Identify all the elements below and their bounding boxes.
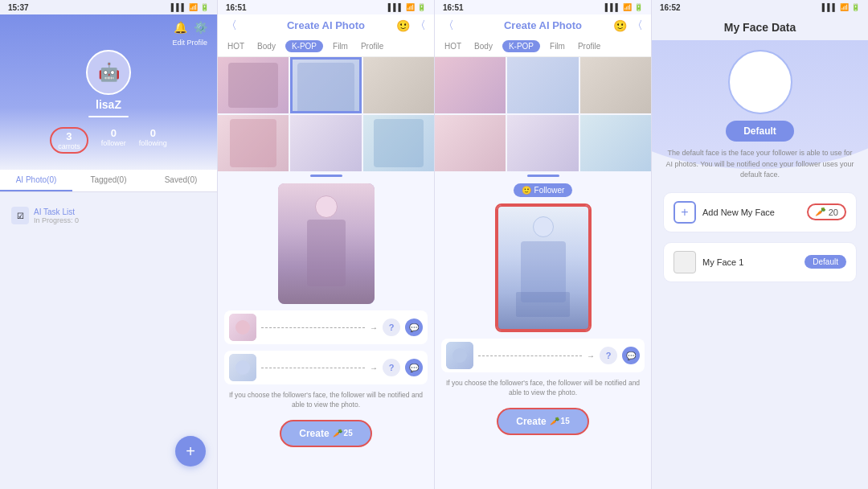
create-button-3[interactable]: Create 🥕 15 [497, 408, 588, 435]
screen-create-photo-1: 16:51 ▌▌▌ 📶 🔋 〈 Create AI Photo 🙂 〈 HOT … [217, 0, 434, 489]
face-q-2[interactable]: ? [383, 359, 400, 376]
profile-avatar-area: Edit Profile 🤖 lisaZ 3 carrots 0 followe… [10, 39, 207, 154]
tab-ai-photo[interactable]: AI Photo(0) [0, 170, 72, 191]
add-face-icon: + [674, 201, 696, 224]
signal-icon-3: ▌▌▌ [605, 3, 620, 11]
nav-icons-3: 🙂 〈 [613, 18, 643, 33]
category-tabs-3: HOT Body K-POP Film Profile [435, 36, 651, 57]
cat-profile-3[interactable]: Profile [575, 40, 604, 52]
username: lisaZ [96, 98, 121, 111]
cat-kpop-3[interactable]: K-POP [502, 40, 540, 52]
gear-icon[interactable]: ⚙️ [194, 21, 207, 34]
photo-cell-6[interactable] [363, 115, 434, 171]
photo-cell-3-3[interactable] [580, 57, 651, 113]
selected-photo-large-2 [278, 183, 375, 304]
screen-profile: 15:37 ▌▌▌ 📶 🔋 🔔 ⚙️ Edit Profile 🤖 lisaZ … [0, 0, 217, 489]
status-bar-3: 16:51 ▌▌▌ 📶 🔋 [435, 0, 651, 14]
chat-badge-3-1[interactable]: 💬 [622, 347, 640, 364]
photo-male [495, 203, 592, 332]
cat-film-3[interactable]: Film [547, 40, 568, 52]
tab-tagged[interactable]: Tagged(0) [72, 170, 145, 191]
face-slot-2: → ? 💬 [224, 351, 428, 384]
edit-profile-text[interactable]: Edit Profile [172, 39, 207, 47]
add-face-label: Add New My Face [702, 208, 775, 217]
close-icon-2[interactable]: 〈 [415, 18, 426, 33]
time-2: 16:51 [226, 3, 247, 12]
wifi-icon-4: 📶 [840, 3, 849, 11]
battery-icon: 🔋 [200, 3, 209, 11]
wifi-icon: 📶 [189, 3, 198, 11]
photo-cell-3-4[interactable] [435, 115, 506, 171]
cat-body-3[interactable]: Body [471, 40, 496, 52]
face-icon-3[interactable]: 🙂 [613, 19, 627, 32]
add-face-row[interactable]: + Add New My Face 🥕 20 [663, 192, 857, 232]
cat-kpop-2[interactable]: K-POP [285, 40, 323, 52]
face-q-1[interactable]: ? [383, 318, 400, 336]
close-icon-3[interactable]: 〈 [632, 18, 643, 33]
notice-text-2: If you choose the follower's face, the f… [224, 391, 428, 410]
face-thumb-2[interactable] [229, 354, 256, 381]
status-bar-1: 15:37 ▌▌▌ 📶 🔋 [0, 0, 217, 14]
avatar: 🤖 [86, 50, 131, 95]
profile-top-row: 🔔 ⚙️ [10, 21, 207, 34]
tab-saved[interactable]: Saved(0) [145, 170, 217, 191]
face-dots-3-1 [478, 355, 582, 356]
face-thumb-1[interactable] [229, 314, 256, 341]
face-icon-2[interactable]: 🙂 [396, 19, 410, 32]
cat-body-2[interactable]: Body [254, 40, 279, 52]
face-q-3-1[interactable]: ? [600, 347, 617, 364]
my-face-thumbnail [674, 251, 696, 273]
cat-hot-2[interactable]: HOT [224, 40, 248, 52]
signal-icon-4: ▌▌▌ [822, 3, 837, 11]
photo-cell-2[interactable] [290, 57, 361, 113]
face-thumb-3-1[interactable] [446, 342, 473, 369]
back-button-2[interactable]: 〈 [226, 18, 237, 33]
photo-cell-3-2[interactable] [507, 57, 578, 113]
cat-film-2[interactable]: Film [330, 40, 351, 52]
chat-badge-1[interactable]: 💬 [405, 318, 423, 336]
face-data-title: My Face Data [661, 21, 858, 34]
chat-badge-2[interactable]: 💬 [405, 359, 423, 376]
fab-add[interactable]: + [175, 436, 206, 466]
create-button-2[interactable]: Create 🥕 25 [280, 420, 371, 447]
my-face-label: My Face 1 [702, 257, 798, 267]
checklist-icon: ☑ [11, 207, 29, 224]
status-bar-4: 16:52 ▌▌▌ 📶 🔋 [652, 0, 868, 14]
photo-cell-1[interactable] [218, 57, 289, 113]
create-area-3: 🙂 Follower → ? 💬 If you choose the follo… [435, 177, 651, 489]
stats-row: 3 carrots 0 follower 0 following [50, 127, 167, 154]
ai-task-item: ☑ AI Task List In Progress: 0 [11, 200, 206, 231]
time-1: 15:37 [8, 3, 29, 12]
my-face-default-button[interactable]: Default [805, 255, 846, 269]
carrot-badge: 🥕 20 [807, 203, 846, 220]
nav-icons-2: 🙂 〈 [396, 18, 426, 33]
photo-cell-3[interactable] [363, 57, 434, 113]
carrots-stat: 3 carrots [50, 127, 88, 154]
back-button-3[interactable]: 〈 [443, 18, 454, 33]
create-area-2: → ? 💬 → ? 💬 If you choose the follower's… [218, 177, 434, 489]
signal-icon-2: ▌▌▌ [388, 3, 403, 11]
photo-cell-3-6[interactable] [580, 115, 651, 171]
follower-badge: 🙂 Follower [514, 183, 573, 197]
bell-icon[interactable]: 🔔 [174, 21, 187, 34]
wifi-icon-3: 📶 [623, 3, 632, 11]
nav-bar-3: 〈 Create AI Photo 🙂 〈 [435, 14, 651, 36]
photo-cell-4[interactable] [218, 115, 289, 171]
face-data-header: My Face Data [652, 14, 868, 40]
default-description: The default face is the face your follow… [665, 148, 855, 181]
photo-grid-2 [218, 57, 434, 171]
cat-profile-2[interactable]: Profile [358, 40, 387, 52]
screen-create-photo-2: 16:51 ▌▌▌ 📶 🔋 〈 Create AI Photo 🙂 〈 HOT … [434, 0, 651, 489]
face-dots-1 [261, 327, 365, 328]
photo-cell-3-5[interactable] [507, 115, 578, 171]
default-button[interactable]: Default [726, 121, 794, 142]
cat-hot-3[interactable]: HOT [441, 40, 465, 52]
time-3: 16:51 [443, 3, 464, 12]
status-icons-3: ▌▌▌ 📶 🔋 [605, 3, 643, 11]
photo-cell-3-1[interactable] [435, 57, 506, 113]
time-4: 16:52 [660, 3, 681, 12]
signal-icon: ▌▌▌ [171, 3, 186, 11]
photo-cell-5[interactable] [290, 115, 361, 171]
status-icons-2: ▌▌▌ 📶 🔋 [388, 3, 426, 11]
battery-icon-4: 🔋 [851, 3, 860, 11]
